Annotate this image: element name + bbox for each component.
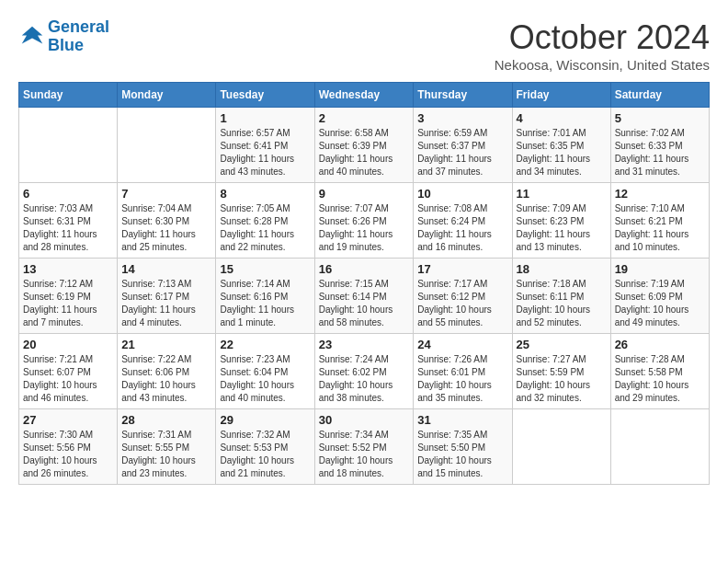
calendar-cell: 18Sunrise: 7:18 AM Sunset: 6:11 PM Dayli… [512,259,610,334]
calendar-cell: 8Sunrise: 7:05 AM Sunset: 6:28 PM Daylig… [216,183,314,259]
day-number: 10 [417,187,507,201]
calendar-cell: 5Sunrise: 7:02 AM Sunset: 6:33 PM Daylig… [610,108,709,183]
calendar-week-row: 6Sunrise: 7:03 AM Sunset: 6:31 PM Daylig… [19,183,710,259]
calendar-cell: 20Sunrise: 7:21 AM Sunset: 6:07 PM Dayli… [19,334,118,409]
column-header-sunday: Sunday [19,83,118,108]
day-info: Sunrise: 7:21 AM Sunset: 6:07 PM Dayligh… [23,353,113,405]
day-info: Sunrise: 7:08 AM Sunset: 6:24 PM Dayligh… [417,202,507,254]
day-info: Sunrise: 7:32 AM Sunset: 5:53 PM Dayligh… [220,429,310,480]
calendar-cell: 27Sunrise: 7:30 AM Sunset: 5:56 PM Dayli… [19,409,118,485]
day-number: 31 [417,413,507,427]
column-header-saturday: Saturday [610,83,709,108]
day-number: 26 [615,338,705,351]
day-number: 24 [417,338,507,351]
day-number: 11 [517,187,607,201]
column-header-tuesday: Tuesday [216,83,314,108]
calendar-cell: 4Sunrise: 7:01 AM Sunset: 6:35 PM Daylig… [512,108,610,183]
calendar-week-row: 1Sunrise: 6:57 AM Sunset: 6:41 PM Daylig… [19,108,710,183]
calendar-cell: 22Sunrise: 7:23 AM Sunset: 6:04 PM Dayli… [216,334,314,409]
day-number: 29 [220,413,310,427]
calendar-cell: 14Sunrise: 7:13 AM Sunset: 6:17 PM Dayli… [118,259,216,334]
day-info: Sunrise: 7:12 AM Sunset: 6:19 PM Dayligh… [23,278,113,329]
day-number: 7 [121,187,211,201]
calendar-cell: 7Sunrise: 7:04 AM Sunset: 6:30 PM Daylig… [118,183,216,259]
day-number: 19 [615,262,705,276]
day-number: 8 [220,187,310,201]
day-info: Sunrise: 7:26 AM Sunset: 6:01 PM Dayligh… [417,353,507,405]
day-number: 3 [417,111,507,125]
day-info: Sunrise: 7:19 AM Sunset: 6:09 PM Dayligh… [615,278,705,329]
day-info: Sunrise: 7:13 AM Sunset: 6:17 PM Dayligh… [121,278,211,329]
day-info: Sunrise: 7:28 AM Sunset: 5:58 PM Dayligh… [615,353,705,405]
calendar-cell: 25Sunrise: 7:27 AM Sunset: 5:59 PM Dayli… [512,334,610,409]
calendar-cell [19,108,118,183]
calendar-cell: 11Sunrise: 7:09 AM Sunset: 6:23 PM Dayli… [512,183,610,259]
day-info: Sunrise: 6:58 AM Sunset: 6:39 PM Dayligh… [319,127,410,178]
column-header-thursday: Thursday [414,83,512,108]
day-number: 23 [319,338,410,351]
column-header-monday: Monday [118,83,216,108]
logo: General Blue [18,18,109,55]
calendar-week-row: 13Sunrise: 7:12 AM Sunset: 6:19 PM Dayli… [19,259,710,334]
day-info: Sunrise: 7:35 AM Sunset: 5:50 PM Dayligh… [417,429,507,480]
day-number: 25 [517,338,607,351]
calendar-week-row: 20Sunrise: 7:21 AM Sunset: 6:07 PM Dayli… [19,334,710,409]
calendar-cell: 12Sunrise: 7:10 AM Sunset: 6:21 PM Dayli… [610,183,709,259]
day-info: Sunrise: 7:18 AM Sunset: 6:11 PM Dayligh… [517,278,607,329]
day-number: 2 [319,111,410,125]
day-info: Sunrise: 7:01 AM Sunset: 6:35 PM Dayligh… [517,127,607,178]
day-number: 30 [319,413,410,427]
calendar-cell: 30Sunrise: 7:34 AM Sunset: 5:52 PM Dayli… [314,409,414,485]
calendar-cell: 26Sunrise: 7:28 AM Sunset: 5:58 PM Dayli… [610,334,709,409]
day-number: 17 [417,262,507,276]
calendar-cell [118,108,216,183]
day-info: Sunrise: 6:59 AM Sunset: 6:37 PM Dayligh… [417,127,507,178]
calendar-cell: 6Sunrise: 7:03 AM Sunset: 6:31 PM Daylig… [19,183,118,259]
day-info: Sunrise: 7:27 AM Sunset: 5:59 PM Dayligh… [517,353,607,405]
day-info: Sunrise: 7:24 AM Sunset: 6:02 PM Dayligh… [319,353,410,405]
logo-icon [18,23,46,51]
calendar-body: 1Sunrise: 6:57 AM Sunset: 6:41 PM Daylig… [19,108,710,485]
day-number: 18 [517,262,607,276]
calendar-cell: 31Sunrise: 7:35 AM Sunset: 5:50 PM Dayli… [414,409,512,485]
calendar-cell: 24Sunrise: 7:26 AM Sunset: 6:01 PM Dayli… [414,334,512,409]
calendar-cell: 23Sunrise: 7:24 AM Sunset: 6:02 PM Dayli… [314,334,414,409]
day-info: Sunrise: 7:22 AM Sunset: 6:06 PM Dayligh… [121,353,211,405]
calendar-cell [610,409,709,485]
calendar-cell: 17Sunrise: 7:17 AM Sunset: 6:12 PM Dayli… [414,259,512,334]
day-number: 27 [23,413,113,427]
calendar-cell: 21Sunrise: 7:22 AM Sunset: 6:06 PM Dayli… [118,334,216,409]
calendar-header-row: SundayMondayTuesdayWednesdayThursdayFrid… [19,83,710,108]
day-info: Sunrise: 7:15 AM Sunset: 6:14 PM Dayligh… [319,278,410,329]
calendar-week-row: 27Sunrise: 7:30 AM Sunset: 5:56 PM Dayli… [19,409,710,485]
day-number: 15 [220,262,310,276]
day-number: 16 [319,262,410,276]
day-number: 4 [517,111,607,125]
calendar-cell: 29Sunrise: 7:32 AM Sunset: 5:53 PM Dayli… [216,409,314,485]
title-block: October 2024 Nekoosa, Wisconsin, United … [495,18,710,73]
day-info: Sunrise: 7:02 AM Sunset: 6:33 PM Dayligh… [615,127,705,178]
logo-text: General Blue [48,18,109,55]
day-info: Sunrise: 7:17 AM Sunset: 6:12 PM Dayligh… [417,278,507,329]
month-title: October 2024 [495,18,710,57]
day-number: 1 [220,111,310,125]
day-info: Sunrise: 7:14 AM Sunset: 6:16 PM Dayligh… [220,278,310,329]
day-number: 28 [121,413,211,427]
column-header-wednesday: Wednesday [314,83,414,108]
day-number: 13 [23,262,113,276]
calendar-table: SundayMondayTuesdayWednesdayThursdayFrid… [18,82,710,485]
day-info: Sunrise: 6:57 AM Sunset: 6:41 PM Dayligh… [220,127,310,178]
day-info: Sunrise: 7:05 AM Sunset: 6:28 PM Dayligh… [220,202,310,254]
calendar-cell: 15Sunrise: 7:14 AM Sunset: 6:16 PM Dayli… [216,259,314,334]
calendar-cell: 2Sunrise: 6:58 AM Sunset: 6:39 PM Daylig… [314,108,414,183]
day-number: 9 [319,187,410,201]
day-number: 20 [23,338,113,351]
calendar-cell: 19Sunrise: 7:19 AM Sunset: 6:09 PM Dayli… [610,259,709,334]
day-info: Sunrise: 7:04 AM Sunset: 6:30 PM Dayligh… [121,202,211,254]
calendar-cell: 1Sunrise: 6:57 AM Sunset: 6:41 PM Daylig… [216,108,314,183]
day-info: Sunrise: 7:34 AM Sunset: 5:52 PM Dayligh… [319,429,410,480]
svg-marker-0 [22,27,43,44]
calendar-cell: 16Sunrise: 7:15 AM Sunset: 6:14 PM Dayli… [314,259,414,334]
day-number: 14 [121,262,211,276]
day-number: 22 [220,338,310,351]
